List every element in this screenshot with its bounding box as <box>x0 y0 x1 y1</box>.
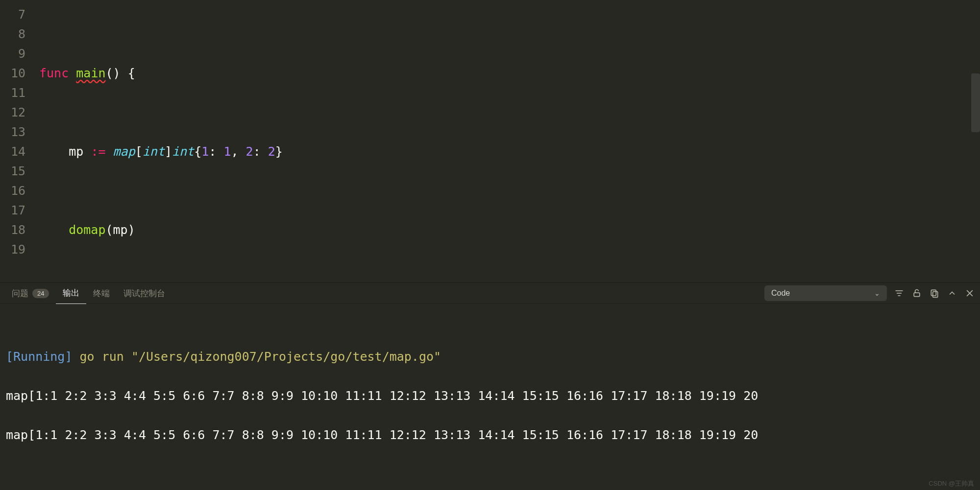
line-number: 17 <box>0 201 25 220</box>
code-content[interactable]: func main() { mp := map[int]int{1: 1, 2:… <box>39 0 980 282</box>
panel-tabs: 问题 24 输出 终端 调试控制台 Code ⌄ <box>0 282 980 304</box>
func-call-domap: domap <box>69 223 105 237</box>
keyword-func: func <box>39 66 69 80</box>
editor-root: 78910111213141516171819 func main() { mp… <box>0 0 980 490</box>
line-number: 16 <box>0 181 25 201</box>
dropdown-value: Code <box>771 289 790 298</box>
tab-label: 输出 <box>63 287 79 299</box>
output-channel-dropdown[interactable]: Code ⌄ <box>764 285 887 301</box>
line-number: 8 <box>0 24 25 44</box>
chevron-up-icon[interactable] <box>947 288 957 299</box>
line-number: 19 <box>0 240 25 259</box>
output-panel[interactable]: [Running] go run "/Users/qizong007/Proje… <box>0 304 980 490</box>
svg-rect-4 <box>931 290 936 296</box>
output-line: [Running] go run "/Users/qizong007/Proje… <box>6 347 974 367</box>
line-number: 11 <box>0 83 25 103</box>
minimap-scrollbar[interactable] <box>971 73 980 132</box>
lock-icon[interactable] <box>911 288 922 299</box>
tab-debug-console[interactable]: 调试控制台 <box>117 282 172 304</box>
run-path: "/Users/qizong007/Projects/go/test/map.g… <box>131 350 441 364</box>
type-int: int <box>143 144 165 159</box>
watermark: CSDN @王帅真 <box>929 479 974 488</box>
line-number: 12 <box>0 103 25 122</box>
problems-count-badge: 24 <box>32 289 49 298</box>
run-command: go run <box>80 350 131 364</box>
type-int: int <box>172 144 194 159</box>
line-number: 9 <box>0 44 25 64</box>
tab-label: 终端 <box>93 288 110 299</box>
line-number: 7 <box>0 5 25 24</box>
operator-declare: := <box>91 144 105 159</box>
running-tag: [Running] <box>6 350 72 364</box>
number: 1 <box>201 144 209 159</box>
code-line[interactable]: mp := map[int]int{1: 1, 2: 2} <box>39 142 980 162</box>
code-area[interactable]: 78910111213141516171819 func main() { mp… <box>0 0 980 282</box>
func-name-main: main <box>76 66 105 80</box>
code-line[interactable]: domap(mp) <box>39 220 980 240</box>
clear-output-icon[interactable] <box>929 288 940 299</box>
line-number-gutter: 78910111213141516171819 <box>0 0 39 282</box>
line-number: 14 <box>0 142 25 162</box>
line-number: 15 <box>0 162 25 181</box>
code-line[interactable]: func main() { <box>39 64 980 83</box>
line-number: 10 <box>0 64 25 83</box>
number: 2 <box>246 144 253 159</box>
filter-icon[interactable] <box>894 288 905 299</box>
tab-terminal[interactable]: 终端 <box>86 282 117 304</box>
keyword-map: map <box>113 144 135 159</box>
tab-label: 问题 <box>12 288 28 299</box>
panel-actions: Code ⌄ <box>764 285 975 301</box>
paren-brace: () { <box>106 66 135 80</box>
identifier: mp <box>69 144 83 159</box>
tab-label: 调试控制台 <box>123 288 165 299</box>
chevron-down-icon: ⌄ <box>874 289 880 297</box>
output-line: map[1:1 2:2 3:3 4:4 5:5 6:6 7:7 8:8 9:9 … <box>6 386 974 406</box>
number: 1 <box>223 144 231 159</box>
line-number: 18 <box>0 220 25 240</box>
close-panel-icon[interactable] <box>964 288 975 299</box>
number: 2 <box>268 144 275 159</box>
line-number: 13 <box>0 122 25 142</box>
output-line: map[1:1 2:2 3:3 4:4 5:5 6:6 7:7 8:8 9:9 … <box>6 425 974 445</box>
svg-rect-5 <box>933 292 938 298</box>
tab-output[interactable]: 输出 <box>56 282 86 304</box>
svg-rect-3 <box>914 293 920 297</box>
tab-problems[interactable]: 问题 24 <box>5 282 56 304</box>
